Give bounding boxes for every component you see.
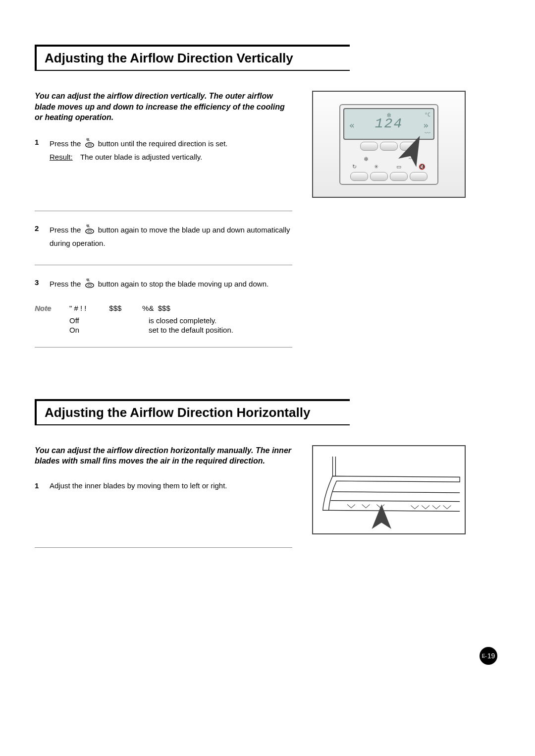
section2-intro: You can adjust the airflow direction hor… (35, 445, 292, 466)
note-block: Note " # ! ! $$$ %& $$$ Off is closed co… (35, 301, 292, 335)
note-on-text: set to the default position. (149, 326, 233, 334)
section-title: Adjusting the Airflow Direction Horizont… (45, 405, 342, 420)
step-number: 3 (35, 277, 50, 292)
section2-content: You can adjust the airflow direction hor… (35, 445, 500, 552)
step-number: 1 (35, 480, 50, 491)
section-title-box-vertical: Adjusting the Airflow Direction Vertical… (35, 45, 350, 71)
result-text: The outer blade is adjusted vertically. (80, 153, 203, 161)
air-swing-icon (84, 223, 95, 238)
section1-content: You can adjust the airflow direction ver… (35, 91, 500, 354)
remote-illustration: ❄ « 124 » °C 〰 ❄ 〰 (312, 91, 466, 198)
step2-text-a: Press the (50, 226, 81, 234)
remote-lower-buttons (343, 172, 434, 181)
unit-svg (313, 446, 465, 533)
remote-button (380, 142, 398, 151)
step-body: Press the button until the required dire… (50, 137, 292, 163)
step3-text-b: button again to stop the blade moving up… (98, 280, 268, 288)
divider (35, 211, 292, 211)
step-body: Press the button again to move the blade… (50, 223, 292, 249)
remote-button (390, 172, 408, 181)
remote-button (350, 172, 368, 181)
section1-intro: You can adjust the airflow direction ver… (35, 91, 292, 123)
section-title: Adjusting the Airflow Direction Vertical… (45, 51, 342, 66)
snowflake-icon: ❄ (364, 156, 369, 163)
page-num: 19 (487, 652, 495, 660)
svg-rect-3 (88, 231, 91, 233)
manual-page: Adjusting the Airflow Direction Vertical… (0, 0, 535, 756)
step-body: Adjust the inner blades by moving them t… (50, 480, 292, 491)
section1-text: You can adjust the airflow direction ver… (35, 91, 292, 354)
snowflake-icon: ❄ (387, 111, 391, 119)
chevron-left-icon: « (349, 120, 355, 130)
note-body: " # ! ! $$$ %& $$$ Off is closed complet… (69, 304, 292, 335)
svg-rect-1 (88, 144, 91, 146)
step-1-horizontal: 1 Adjust the inner blades by moving them… (35, 475, 292, 500)
mode-icon: ↻ (352, 164, 357, 170)
remote-temp: 124 (375, 117, 403, 131)
page-prefix: E- (482, 653, 487, 659)
chevron-right-icon: » (423, 120, 428, 130)
step1-text-a: Press the (50, 139, 81, 148)
divider (35, 547, 292, 548)
note-off-text: is closed completely. (149, 316, 216, 325)
remote-illustration-panel: ❄ « 124 » °C 〰 ❄ 〰 (312, 91, 466, 198)
svg-rect-5 (88, 285, 91, 287)
section2-text: You can adjust the airflow direction hor… (35, 445, 292, 552)
note-off-label: Off (69, 316, 149, 325)
remote-button (360, 142, 378, 151)
air-swing-icon (84, 137, 95, 152)
result-label: Result: (50, 152, 78, 163)
note-header-line: " # ! ! $$$ %& $$$ (69, 304, 292, 312)
fan-icon: ✳ (374, 164, 378, 170)
divider (35, 347, 292, 348)
step1-text-b: button until the required direction is s… (98, 139, 228, 148)
remote-unit: °C (425, 112, 430, 117)
step-number: 1 (35, 137, 50, 163)
note-table: Off is closed completely. On set to the … (69, 316, 292, 334)
step-body: Press the button again to stop the blade… (50, 277, 292, 292)
section-title-box-horizontal: Adjusting the Airflow Direction Horizont… (35, 399, 350, 425)
unit-illustration-panel (312, 445, 466, 534)
remote-button (370, 172, 388, 181)
step-3: 3 Press the button again to stop the bla… (35, 272, 292, 301)
step3-text-a: Press the (50, 280, 81, 288)
step-number: 2 (35, 223, 50, 249)
page-number-badge: E-19 (480, 647, 497, 665)
pointer-arrow-icon (372, 504, 391, 528)
indoor-unit-illustration (312, 445, 466, 534)
air-swing-icon (84, 277, 95, 292)
note-on-label: On (69, 326, 149, 334)
divider (35, 265, 292, 265)
note-label: Note (35, 304, 69, 335)
step-2: 2 Press the button again to move the bla… (35, 218, 292, 258)
step-1: 1 Press the button until the required di… (35, 132, 292, 172)
